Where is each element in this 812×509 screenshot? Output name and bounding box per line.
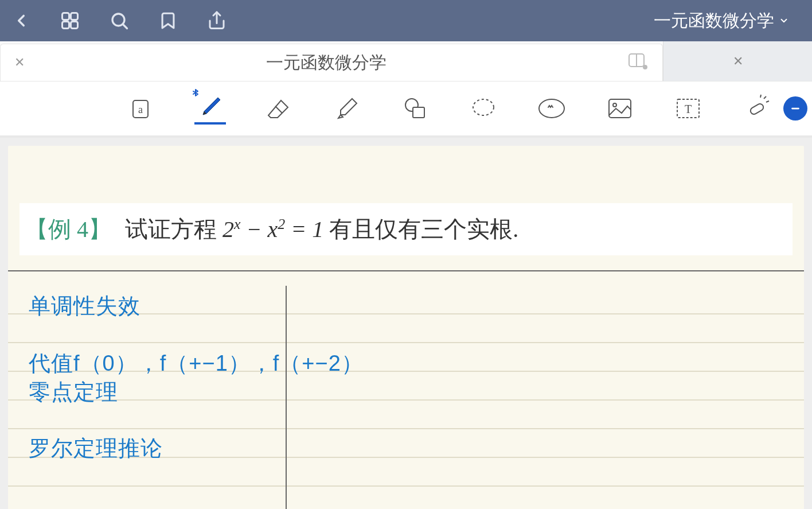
title-dropdown[interactable]: 一元函数微分学 (654, 9, 801, 33)
canvas-area[interactable]: 【例 4】 试证方程 2x − x2 = 1 有且仅有三个实根. 单调性失效 代… (8, 146, 804, 509)
svg-rect-0 (63, 13, 69, 20)
note-line-4: 罗尔定理推论 (29, 434, 364, 463)
bluetooth-icon (191, 88, 200, 102)
pen-tool[interactable] (194, 93, 226, 125)
lasso-tool[interactable] (467, 93, 499, 125)
tab-secondary-close[interactable]: ✕ (733, 54, 743, 69)
note-line-3: 零点定理 (29, 378, 364, 406)
tab-bar: ✕ 一元函数微分学 ✕ (0, 41, 812, 81)
svg-rect-14 (413, 107, 424, 118)
read-mode-tool[interactable]: a (126, 93, 158, 125)
grid-view-button[interactable] (60, 10, 80, 31)
svg-point-15 (473, 99, 494, 115)
svg-point-16 (539, 99, 564, 118)
top-bar: 一元函数微分学 (0, 0, 812, 41)
svg-point-18 (613, 103, 616, 107)
highlighter-tool[interactable] (331, 93, 362, 125)
share-button[interactable] (206, 10, 227, 31)
sticker-tool[interactable] (536, 93, 567, 125)
search-button[interactable] (109, 10, 130, 31)
example-tag: 【例 4】 (25, 213, 111, 245)
chevron-down-icon (779, 15, 789, 26)
problem-statement: 【例 4】 试证方程 2x − x2 = 1 有且仅有三个实根. (19, 203, 793, 255)
horizontal-divider (8, 270, 804, 271)
handwritten-notes: 单调性失效 代值f（0），f（+−1），f（+−2） 零点定理 罗尔定理推论 (29, 292, 364, 463)
problem-text: 试证方程 2x − x2 = 1 有且仅有三个实根. (125, 213, 518, 245)
svg-rect-17 (609, 99, 631, 118)
svg-text:a: a (138, 104, 143, 115)
eraser-tool[interactable] (263, 93, 294, 125)
note-line-2: 代值f（0），f（+−1），f（+−2） (29, 349, 364, 378)
bookmark-button[interactable] (158, 11, 178, 30)
image-tool[interactable] (604, 93, 635, 125)
note-line-1: 单调性失效 (29, 292, 364, 320)
svg-line-12 (275, 106, 282, 113)
title-dropdown-label: 一元函数微分学 (654, 9, 774, 33)
shapes-tool[interactable] (399, 93, 431, 125)
svg-rect-1 (71, 13, 78, 20)
tab-title: 一元函数微分学 (25, 51, 628, 75)
add-button[interactable] (783, 96, 807, 121)
equation: 2x − x2 = 1 (222, 216, 323, 242)
toolbar: a T (0, 81, 812, 138)
tab-split-icon[interactable] (628, 52, 649, 73)
svg-line-5 (123, 24, 127, 29)
back-button[interactable] (11, 11, 31, 30)
text-tool[interactable]: T (672, 93, 704, 125)
laser-tool[interactable] (740, 93, 772, 125)
svg-line-23 (766, 101, 769, 102)
tab-secondary[interactable]: ✕ (663, 41, 812, 81)
svg-point-9 (643, 65, 647, 69)
svg-rect-3 (71, 22, 78, 29)
svg-line-22 (764, 96, 766, 99)
tab-active[interactable]: ✕ 一元函数微分学 (0, 44, 663, 81)
svg-rect-21 (749, 103, 764, 115)
top-bar-left (11, 10, 227, 31)
tab-close-button[interactable]: ✕ (14, 55, 25, 70)
svg-text:T: T (685, 103, 692, 115)
svg-rect-2 (63, 22, 69, 29)
svg-line-24 (760, 95, 761, 98)
